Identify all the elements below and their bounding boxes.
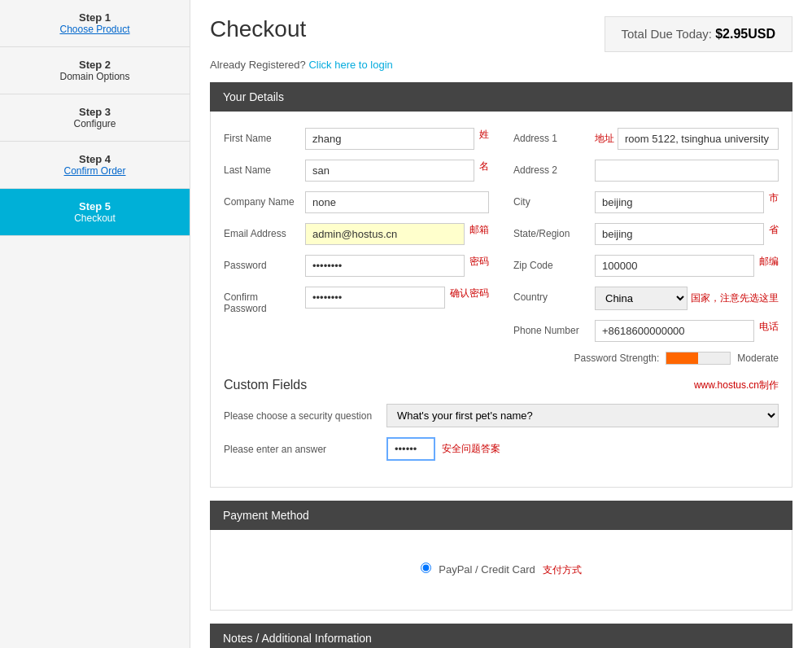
address2-label: Address 2 (513, 160, 595, 176)
confirm-password-annotation: 确认密码 (450, 287, 489, 300)
payment-annotation: 支付方式 (543, 564, 582, 576)
strength-bar-empty (698, 352, 730, 364)
strength-bar-fill (666, 352, 698, 364)
city-input[interactable] (595, 191, 764, 213)
city-label: City (513, 191, 595, 208)
custom-fields-link: www.hostus.cn制作 (694, 379, 779, 392)
last-name-annotation: 名 (479, 160, 489, 173)
main-content: Checkout Total Due Today: $2.95USD Alrea… (190, 0, 812, 648)
company-input[interactable] (305, 191, 489, 213)
step4-sub[interactable]: Confirm Order (8, 165, 181, 177)
phone-label: Phone Number (513, 320, 595, 336)
phone-annotation: 电话 (759, 320, 779, 334)
step4-label: Step 4 (8, 153, 181, 165)
address1-prefix: 地址 (595, 132, 614, 146)
right-column: Address 1 地址 Address 2 (513, 128, 779, 352)
sidebar-item-step3[interactable]: Step 3 Configure (0, 94, 190, 142)
state-input[interactable] (595, 223, 764, 245)
step2-sub: Domain Options (8, 71, 181, 82)
strength-text: Moderate (737, 352, 779, 364)
address1-label: Address 1 (513, 128, 595, 144)
answer-input[interactable] (386, 437, 435, 461)
left-column: First Name 姓 Last Name 名 Company Nam (224, 128, 489, 352)
security-question-row: Please choose a security question What's… (224, 404, 779, 427)
address1-input[interactable] (618, 128, 779, 150)
address2-input[interactable] (595, 160, 779, 182)
password-input[interactable] (305, 255, 465, 277)
step1-label: Step 1 (8, 11, 181, 24)
city-annotation: 市 (769, 191, 779, 205)
city-row: City 市 (513, 191, 779, 213)
country-select[interactable]: China United States (595, 287, 688, 310)
sidebar-item-step5[interactable]: Step 5 Checkout (0, 189, 190, 236)
paypal-label: PayPal / Credit Card (439, 563, 535, 576)
password-annotation: 密码 (469, 255, 489, 269)
password-strength-row: Password Strength: Moderate (224, 352, 779, 365)
first-name-input[interactable] (305, 128, 474, 150)
security-question-select[interactable]: What's your first pet's name? What's you… (386, 404, 779, 427)
page-header: Checkout Total Due Today: $2.95USD (210, 16, 792, 52)
total-label: Total Due Today: (622, 27, 712, 41)
email-annotation: 邮箱 (469, 223, 489, 237)
step3-label: Step 3 (8, 106, 181, 118)
step2-label: Step 2 (8, 59, 181, 71)
custom-fields-header: Custom Fields www.hostus.cn制作 (224, 378, 779, 392)
email-input[interactable] (305, 223, 465, 245)
country-annotation: 国家，注意先选这里 (691, 291, 779, 305)
total-box: Total Due Today: $2.95USD (605, 16, 792, 52)
zip-annotation: 邮编 (759, 255, 779, 269)
last-name-input[interactable] (305, 160, 474, 182)
your-details-header: Your Details (210, 82, 792, 112)
state-row: State/Region 省 (513, 223, 779, 245)
state-label: State/Region (513, 223, 595, 239)
answer-row: Please enter an answer 安全问题答案 (224, 437, 779, 461)
step5-sub: Checkout (8, 212, 181, 224)
sidebar-item-step1[interactable]: Step 1 Choose Product (0, 0, 190, 47)
details-form-grid: First Name 姓 Last Name 名 Company Nam (224, 128, 779, 352)
company-row: Company Name (224, 191, 489, 213)
phone-row: Phone Number 电话 (513, 320, 779, 342)
total-amount: $2.95USD (715, 27, 775, 41)
sidebar-item-step2[interactable]: Step 2 Domain Options (0, 47, 190, 94)
notes-header: Notes / Additional Information (210, 624, 792, 648)
state-annotation: 省 (769, 223, 779, 237)
confirm-password-row: Confirm Password 确认密码 (224, 287, 489, 314)
already-registered: Already Registered? Click here to login (210, 59, 792, 71)
country-label: Country (513, 287, 595, 303)
first-name-annotation: 姓 (479, 128, 489, 142)
zip-input[interactable] (595, 255, 754, 277)
step1-sub[interactable]: Choose Product (8, 24, 181, 35)
company-label: Company Name (224, 191, 305, 208)
first-name-row: First Name 姓 (224, 128, 489, 150)
confirm-password-input[interactable] (305, 287, 445, 309)
answer-label: Please enter an answer (224, 444, 386, 455)
password-label: Password (224, 255, 305, 271)
first-name-label: First Name (224, 128, 305, 144)
address2-row: Address 2 (513, 160, 779, 182)
country-row: Country China United States 国家，注意先选这里 (513, 287, 779, 310)
last-name-row: Last Name 名 (224, 160, 489, 182)
login-link[interactable]: Click here to login (308, 59, 392, 71)
password-strength-label: Password Strength: (574, 352, 660, 364)
sidebar-item-step4[interactable]: Step 4 Confirm Order (0, 142, 190, 189)
payment-method-body: PayPal / Credit Card 支付方式 (210, 530, 792, 611)
paypal-radio[interactable] (421, 563, 431, 573)
security-question-label: Please choose a security question (224, 410, 386, 422)
page-title: Checkout (210, 16, 306, 42)
zip-row: Zip Code 邮编 (513, 255, 779, 277)
last-name-label: Last Name (224, 160, 305, 176)
sidebar: Step 1 Choose Product Step 2 Domain Opti… (0, 0, 190, 648)
step5-label: Step 5 (8, 200, 181, 212)
custom-fields-title: Custom Fields (224, 378, 307, 392)
paypal-option[interactable]: PayPal / Credit Card 支付方式 (421, 563, 583, 577)
confirm-password-label: Confirm Password (224, 287, 305, 314)
email-label: Email Address (224, 223, 305, 239)
zip-label: Zip Code (513, 255, 595, 271)
email-row: Email Address 邮箱 (224, 223, 489, 245)
address1-row: Address 1 地址 (513, 128, 779, 150)
payment-options: PayPal / Credit Card 支付方式 (224, 546, 779, 593)
step3-sub: Configure (8, 118, 181, 129)
answer-annotation: 安全问题答案 (442, 442, 500, 456)
phone-input[interactable] (595, 320, 754, 342)
payment-method-header: Payment Method (210, 501, 792, 530)
